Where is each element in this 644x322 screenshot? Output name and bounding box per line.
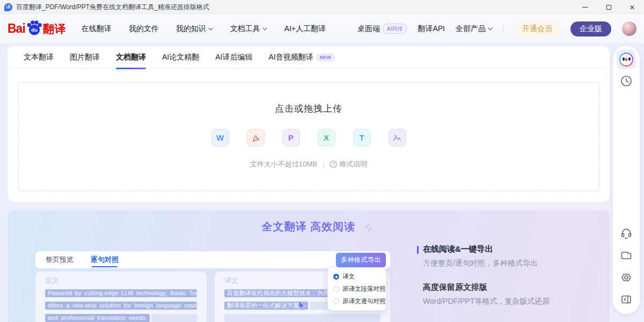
translate-mode-tabs: 文本翻译 图片翻译 文档翻译 AI论文精翻 AI译后编辑 AI音视频翻译 NEW <box>8 46 610 69</box>
upload-dropzone[interactable]: 点击或拖拽上传 W P X T 文件大小不超过10MB | ? 格式说明 <box>18 82 599 191</box>
caption-divider: | <box>323 160 324 169</box>
word-file-icon: W <box>211 129 229 147</box>
source-panel-label: 原文 <box>45 276 197 286</box>
open-membership-button[interactable]: 开通会员 <box>515 21 560 36</box>
window-title: 百度翻译_PDF/Word/PPT免费在线文档翻译工具_精准还原排版格式 <box>16 3 209 12</box>
feature-desc: 方便整页/逐句对照，多种格式导出 <box>417 259 538 268</box>
chevron-down-icon <box>262 27 267 31</box>
radio-icon <box>333 286 339 292</box>
menu-option-sentence-compare[interactable]: 原译文逐句对照 <box>333 297 380 305</box>
tab-document-translate[interactable]: 文档翻译 <box>116 46 146 69</box>
window-controls: ✕ <box>573 0 644 14</box>
active-indicator-bar <box>417 246 419 254</box>
ai-assistant-button[interactable] <box>617 50 636 69</box>
svg-text:?: ? <box>332 162 335 167</box>
section-heading: 全文翻译 高效阅读 <box>8 219 610 234</box>
upload-caption: 文件大小不超过10MB | ? 格式说明 <box>18 159 599 169</box>
target-line-empty <box>224 314 380 322</box>
multi-format-export-button[interactable]: 多种格式导出 <box>336 253 386 267</box>
source-text-panel: 原文 Powered by cutting-edge LLM technolog… <box>35 272 207 322</box>
txt-file-icon: T <box>353 129 371 147</box>
minimize-button[interactable] <box>573 0 597 14</box>
nav-item-label: 我的知识 <box>176 24 206 34</box>
nav-item-doc-tools[interactable]: 文档工具 <box>230 24 267 34</box>
tab-sentence-compare[interactable]: 逐句对照 <box>91 251 119 268</box>
nav-item-ai-human-translate[interactable]: AI+人工翻译 <box>284 24 326 34</box>
menu-option-label: 原译文段落对照 <box>342 285 386 293</box>
pdf-file-icon <box>247 129 265 147</box>
translate-api-link[interactable]: 翻译API <box>418 24 445 34</box>
feature-title: 高度保留原文排版 <box>417 282 550 292</box>
ai-assistant-icon <box>619 53 633 67</box>
format-help-link[interactable]: ? 格式说明 <box>330 159 367 169</box>
desktop-client-label: 桌面端 <box>357 24 380 34</box>
tab-ai-post-edit[interactable]: AI译后编辑 <box>215 46 252 69</box>
baidu-paw-icon: du <box>26 20 42 36</box>
feature-preserve-layout: 高度保留原文排版 Word/PDF/PPT等格式，复杂版式还原 <box>417 282 550 306</box>
history-button[interactable] <box>620 75 633 87</box>
nav-divider <box>503 25 504 33</box>
nav-items: 在线翻译 我的文件 我的知识 文档工具 AI+人工翻译 <box>82 24 326 34</box>
logo-text-fanyi: 翻译 <box>43 21 67 36</box>
close-button[interactable]: ✕ <box>620 0 644 14</box>
nav-item-my-files[interactable]: 我的文件 <box>129 24 159 34</box>
full-text-translate-section: 全文翻译 高效阅读 整页预览 逐句对照 多种格式导出 原文 Powered by… <box>8 210 610 322</box>
document-translate-card: 文本翻译 图片翻译 文档翻译 AI论文精翻 AI译后编辑 AI音视频翻译 NEW… <box>8 46 610 202</box>
export-format-menu: 译文 原译文段落对照 原译文逐句对照 <box>327 267 386 311</box>
chevron-down-icon <box>488 27 493 31</box>
desktop-client-link[interactable]: 桌面端 AI同传 <box>357 24 407 34</box>
upload-title: 点击或拖拽上传 <box>18 103 599 115</box>
collapse-button[interactable] <box>620 293 633 306</box>
file-type-icons: W P X T <box>18 129 599 147</box>
image-file-icon <box>389 129 406 147</box>
nav-right-cluster: 桌面端 AI同传 翻译API 全部产品 开通会员 企业版 <box>357 21 636 36</box>
help-circle-icon: ? <box>330 160 337 168</box>
enterprise-edition-button[interactable]: 企业版 <box>570 21 611 36</box>
nav-item-my-knowledge[interactable]: 我的知识 <box>176 24 213 34</box>
side-toolbar <box>613 46 640 314</box>
radio-icon <box>333 298 339 304</box>
nav-item-label: 文档工具 <box>230 24 260 34</box>
tab-image-translate[interactable]: 图片翻译 <box>70 46 100 69</box>
tab-full-page-preview[interactable]: 整页预览 <box>46 251 74 268</box>
menu-option-paragraph-compare[interactable]: 原译文段落对照 <box>333 285 380 293</box>
chevron-down-icon <box>208 27 213 31</box>
radio-selected-icon <box>333 274 339 280</box>
tab-ai-paper-translate[interactable]: AI论文精翻 <box>162 46 199 69</box>
settings-button[interactable] <box>620 271 633 284</box>
format-help-label: 格式说明 <box>339 159 367 169</box>
tab-ai-audio-video-translate[interactable]: AI音视频翻译 NEW <box>268 46 334 69</box>
feature-online-read-export: 在线阅读&一键导出 方便整页/逐句对照，多种格式导出 <box>417 244 538 268</box>
user-avatar[interactable] <box>622 21 636 36</box>
tab-text-translate[interactable]: 文本翻译 <box>24 46 54 69</box>
decor-leaf-right <box>365 225 372 231</box>
feature-desc: Word/PDF/PPT等格式，复杂版式还原 <box>417 297 550 306</box>
app-icon: 译 <box>4 3 12 11</box>
new-badge: NEW <box>316 54 335 61</box>
app-window: 译 百度翻译_PDF/Word/PPT免费在线文档翻译工具_精准还原排版格式 ✕… <box>0 0 644 322</box>
preview-toolbar: 整页预览 逐句对照 多种格式导出 <box>35 251 390 268</box>
ai-simultaneous-badge-text: AI同传 <box>387 26 402 32</box>
baidu-translate-logo[interactable]: Bai du 翻译 <box>8 21 67 37</box>
mouse-cursor-icon <box>298 301 307 311</box>
maximize-button[interactable] <box>597 0 620 14</box>
svg-text:du: du <box>31 27 38 33</box>
all-products-label: 全部产品 <box>456 24 486 34</box>
files-button[interactable] <box>620 249 633 262</box>
menu-option-translation-only[interactable]: 译文 <box>333 273 380 281</box>
excel-file-icon: X <box>318 129 335 147</box>
ai-simultaneous-badge: AI同传 <box>383 24 407 34</box>
nav-item-online-translate[interactable]: 在线翻译 <box>82 24 112 34</box>
window-titlebar: 译 百度翻译_PDF/Word/PPT免费在线文档翻译工具_精准还原排版格式 ✕ <box>0 0 644 14</box>
support-button[interactable] <box>620 227 633 240</box>
file-size-note: 文件大小不超过10MB <box>250 159 317 169</box>
source-line: and professional translation needs. <box>45 314 197 322</box>
main-navbar: Bai du 翻译 在线翻译 我的文件 我的知识 文档工具 AI+人工翻译 桌面… <box>0 14 644 43</box>
feature-title: 在线阅读&一键导出 <box>417 244 538 254</box>
all-products-menu[interactable]: 全部产品 <box>456 24 493 34</box>
maximize-icon <box>606 5 611 10</box>
source-line: Powered by cutting-edge LLM technology, … <box>45 289 197 297</box>
menu-option-label: 原译文逐句对照 <box>342 297 386 305</box>
ppt-file-icon: P <box>282 129 300 147</box>
menu-option-label: 译文 <box>342 273 355 281</box>
